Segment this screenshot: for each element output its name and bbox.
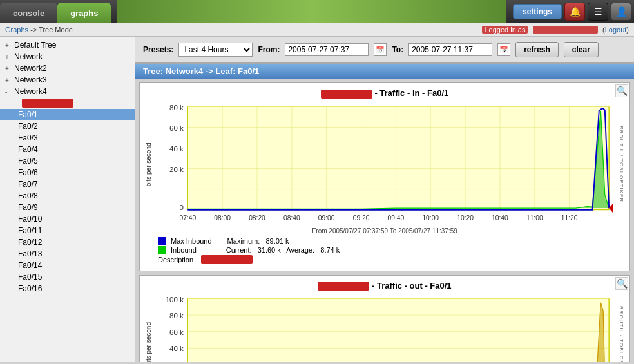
sidebar-item-fa0-16[interactable]: Fa0/16	[0, 283, 135, 294]
sidebar-item-fa0-14[interactable]: Fa0/14	[0, 260, 135, 271]
chart-body-out: 100 k 80 k 60 k 40 k 20 k	[155, 294, 617, 362]
sidebar-label-fa0-8: Fa0/8	[18, 191, 38, 200]
presets-select[interactable]: Last 4 Hours Last 30 Minutes Last 2 Hour…	[178, 43, 253, 57]
y-axis-label-out: bits per second	[145, 294, 152, 362]
to-input[interactable]	[408, 43, 492, 56]
from-label: From:	[258, 45, 280, 54]
sidebar-label-network2: Network2	[14, 64, 47, 73]
svg-text:10:20: 10:20	[457, 215, 474, 222]
chart-right-label-out: RROUTIL / TOBI OETIKER	[619, 294, 624, 362]
breadcrumb-current: Tree Mode	[39, 26, 73, 34]
hostname-redacted-out	[318, 282, 369, 291]
svg-rect-0	[187, 106, 609, 209]
sidebar-item-fa0-15[interactable]: Fa0/15	[0, 271, 135, 283]
legend-label-max-inbound: Max Inbound	[171, 237, 212, 245]
sidebar-item-fa0-5[interactable]: Fa0/5	[0, 155, 135, 167]
leaf-label: Leaf:	[215, 66, 235, 76]
tab-console[interactable]: console	[0, 3, 57, 23]
zoom-out-icon[interactable]: 🔍	[615, 277, 628, 290]
expand-icon: -	[13, 100, 19, 107]
sidebar-label-fa0-6: Fa0/6	[18, 168, 38, 177]
sidebar-item-fa0-3[interactable]: Fa0/3	[0, 132, 135, 144]
svg-text:100 k: 100 k	[166, 296, 184, 303]
settings-button[interactable]: settings	[513, 4, 562, 19]
svg-text:40 k: 40 k	[169, 345, 184, 353]
sidebar-item-network4-sub[interactable]: -	[0, 97, 135, 109]
sidebar-label-fa0-12: Fa0/12	[18, 238, 42, 247]
svg-text:0: 0	[179, 203, 183, 211]
sidebar-label-fa0-5: Fa0/5	[18, 157, 38, 166]
expand-icon: -	[5, 88, 12, 95]
chart-container-in: bits per second	[145, 102, 624, 226]
nav-right-controls: settings 🔔 ☰ 👤	[513, 0, 634, 23]
svg-text:08:20: 08:20	[249, 215, 265, 222]
to-calendar-icon[interactable]: 📅	[497, 43, 510, 56]
svg-text:08:40: 08:40	[283, 215, 300, 222]
from-input[interactable]	[285, 43, 369, 56]
svg-marker-37	[609, 203, 613, 213]
chart-card-traffic-out: 🔍 - Traffic - out - Fa0/1 bits per secon…	[139, 275, 630, 362]
bell-icon: 🔔	[570, 6, 581, 17]
svg-text:10:40: 10:40	[492, 215, 508, 222]
top-nav: console graphs settings 🔔 ☰ 👤	[0, 0, 634, 23]
sidebar-item-fa0-1[interactable]: Fa0/1	[0, 109, 135, 120]
toolbar: Presets: Last 4 Hours Last 30 Minutes La…	[135, 37, 634, 64]
sidebar-item-fa0-2[interactable]: Fa0/2	[0, 120, 135, 132]
tab-graphs[interactable]: graphs	[57, 3, 111, 23]
sidebar-item-fa0-7[interactable]: Fa0/7	[0, 178, 135, 190]
sidebar-item-network2[interactable]: + Network2	[0, 62, 135, 74]
sidebar-item-fa0-4[interactable]: Fa0/4	[0, 144, 135, 155]
logout-link[interactable]: Logout	[605, 26, 627, 34]
sidebar-item-fa0-12[interactable]: Fa0/12	[0, 236, 135, 248]
sidebar-label-fa0-3: Fa0/3	[18, 133, 38, 142]
zoom-in-icon[interactable]: 🔍	[615, 84, 628, 97]
legend-label-description: Description	[158, 256, 193, 263]
svg-text:60 k: 60 k	[169, 329, 184, 336]
sidebar-item-network4[interactable]: - Network4	[0, 86, 135, 97]
clear-button[interactable]: clear	[564, 42, 599, 57]
leaf-value: Fa0/1	[238, 66, 259, 76]
sidebar-item-fa0-6[interactable]: Fa0/6	[0, 167, 135, 178]
chart-container-out: bits per second	[145, 294, 624, 362]
chart-legend-in: Max Inbound Maximum: 89.01 k Inbound Cur…	[145, 237, 624, 264]
svg-text:09:20: 09:20	[353, 215, 370, 222]
sidebar-label-fa0-15: Fa0/15	[18, 273, 42, 282]
chart-title-traffic-in: - Traffic - in - Fa0/1	[145, 88, 624, 99]
sidebar-item-fa0-13[interactable]: Fa0/13	[0, 248, 135, 260]
sidebar-item-network[interactable]: + Network	[0, 51, 135, 62]
menu-icon-button[interactable]: ☰	[588, 3, 608, 21]
sidebar-label-fa0-13: Fa0/13	[18, 249, 42, 258]
hostname-redacted	[321, 90, 372, 99]
from-calendar-icon[interactable]: 📅	[374, 43, 387, 56]
user-icon-button[interactable]: 👤	[611, 3, 631, 21]
username-redacted	[533, 26, 598, 34]
sidebar-item-fa0-11[interactable]: Fa0/11	[0, 225, 135, 236]
alert-icon-button[interactable]: 🔔	[564, 3, 585, 21]
svg-text:40 k: 40 k	[169, 144, 184, 152]
presets-label: Presets:	[143, 45, 173, 54]
sidebar-label-fa0-10: Fa0/10	[18, 215, 42, 224]
sidebar-item-default-tree[interactable]: + Default Tree	[0, 39, 135, 51]
sidebar-item-fa0-10[interactable]: Fa0/10	[0, 213, 135, 225]
breadcrumb: Graphs -> Tree Mode	[5, 26, 73, 34]
tab-graphs-label: graphs	[70, 8, 98, 18]
breadcrumb-link[interactable]: Graphs	[5, 26, 28, 34]
svg-text:11:20: 11:20	[561, 215, 578, 222]
svg-text:09:00: 09:00	[318, 215, 335, 222]
sidebar-label-fa0-1: Fa0/1	[18, 110, 38, 119]
sidebar-label-fa0-14: Fa0/14	[18, 261, 42, 270]
sidebar-label-fa0-7: Fa0/7	[18, 180, 38, 189]
sidebar: + Default Tree + Network + Network2 + Ne…	[0, 37, 135, 362]
sidebar-label-fa0-11: Fa0/11	[18, 226, 42, 235]
svg-text:80 k: 80 k	[169, 312, 184, 320]
sidebar-item-fa0-9[interactable]: Fa0/9	[0, 202, 135, 213]
chart-right-label-in: RROUTIL / TOBI OETIKER	[619, 102, 624, 226]
sidebar-label-network3: Network3	[14, 75, 47, 84]
sidebar-label-network: Network	[14, 52, 43, 61]
charts-area: 🔍 - Traffic - in - Fa0/1 bits per second	[135, 79, 634, 362]
refresh-button[interactable]: refresh	[515, 42, 559, 57]
sidebar-item-network3[interactable]: + Network3	[0, 74, 135, 86]
sidebar-item-fa0-8[interactable]: Fa0/8	[0, 190, 135, 202]
tree-leaf-header: Tree: Network4 -> Leaf: Fa0/1	[135, 64, 634, 79]
chart-svg-in: 80 k 60 k 40 k 20 k 0 07:40 08:00 08:20 …	[155, 102, 617, 226]
